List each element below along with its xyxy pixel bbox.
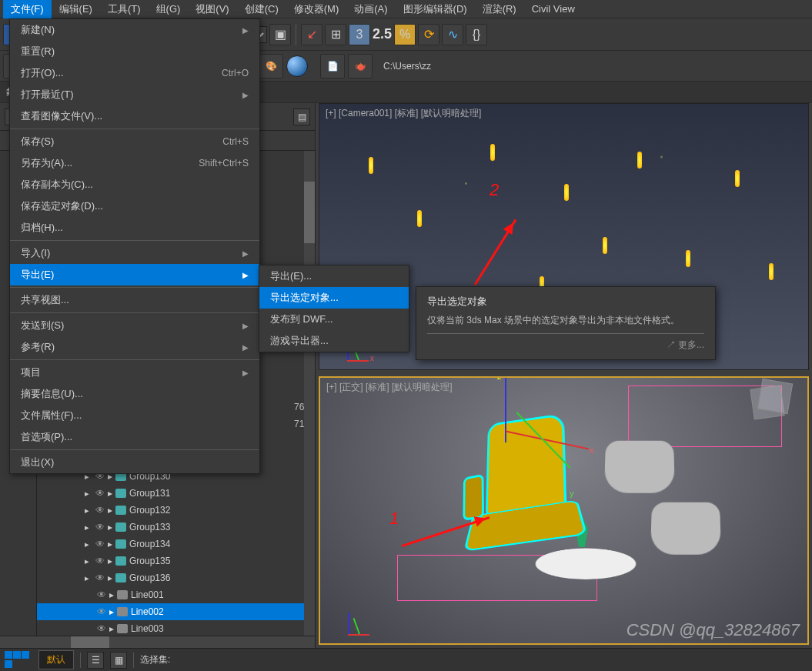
manip-icon[interactable]: ↙ (301, 24, 322, 45)
list-item[interactable]: ▸👁▸Group134 (37, 536, 304, 552)
sm-game-exporter[interactable]: 游戏导出器... (259, 330, 409, 352)
selection-set-label: 选择集: (140, 653, 170, 666)
list-item[interactable]: 👁▸Line001 (37, 586, 304, 603)
mi-sendto[interactable]: 发送到(S)▶ (10, 315, 259, 336)
menu-modifiers[interactable]: 修改器(M) (286, 0, 347, 18)
mi-import[interactable]: 导入(I)▶ (10, 242, 259, 264)
prompt-default: 默认 (38, 650, 74, 669)
list-item-selected[interactable]: 👁▸Line002 (37, 603, 304, 620)
mi-archive[interactable]: 归档(H)... (10, 217, 259, 239)
viewport-label-bottom[interactable]: [+] [正交] [标准] [默认明暗处理] (326, 381, 453, 394)
mi-exit[interactable]: 退出(X) (10, 452, 259, 473)
menu-animation[interactable]: 动画(A) (346, 0, 395, 18)
tooltip-title: 导出选定对象 (427, 295, 704, 309)
mi-prefs[interactable]: 首选项(P)... (10, 426, 259, 448)
viewport-ortho[interactable]: [+] [正交] [标准] [默认明暗处理] x y z (319, 376, 809, 645)
viewport-layout-icon[interactable] (5, 651, 32, 669)
mi-saveas[interactable]: 另存为(A)...Shift+Ctrl+S (10, 152, 259, 174)
menu-view[interactable]: 视图(V) (188, 0, 236, 18)
se-filter-icon[interactable]: ▤ (293, 108, 310, 125)
export-submenu: 导出(E)... 导出选定对象... 发布到 DWF... 游戏导出器... (259, 265, 409, 352)
viewport-label-top[interactable]: [+] [Camera001] [标准] [默认明暗处理] (326, 107, 481, 120)
mi-open-recent[interactable]: 打开最近(T)▶ (10, 84, 259, 105)
list-item[interactable]: ▸👁▸Group132 (37, 502, 304, 519)
sm-publish-dwf[interactable]: 发布到 DWF... (259, 309, 409, 330)
bracket-icon[interactable]: {} (466, 24, 487, 45)
list-item[interactable]: ▸👁▸Group135 (37, 552, 304, 569)
mi-save[interactable]: 保存(S)Ctrl+S (10, 131, 259, 152)
isolate-icon[interactable]: ▦ (110, 652, 127, 669)
annotation-1: 1 (389, 509, 399, 529)
angle-snap-value: 2.5 (373, 26, 392, 42)
mat-preview-5[interactable] (286, 55, 308, 77)
mi-export[interactable]: 导出(E)▶ (10, 264, 259, 285)
spinner-snap-icon[interactable]: ⟳ (418, 24, 439, 45)
scene-scrollbar[interactable] (304, 151, 315, 636)
watermark: CSDN @qq_32824867 (627, 620, 800, 640)
mi-new[interactable]: 新建(N)▶ (10, 19, 259, 41)
path-label: C:\Users\zz (383, 61, 431, 72)
mi-shareview[interactable]: 共享视图... (10, 289, 259, 311)
mi-summary[interactable]: 摘要信息(U)... (10, 383, 259, 405)
tooltip-more-link[interactable]: 更多... (427, 339, 704, 352)
render-setup-icon[interactable]: 📄 (320, 54, 345, 78)
layers-icon[interactable]: ☰ (87, 652, 104, 669)
mi-view-image[interactable]: 查看图像文件(V)... (10, 105, 259, 127)
scene-hscroll[interactable] (0, 636, 315, 648)
mi-saveselected[interactable]: 保存选定对象(D)... (10, 195, 259, 217)
mi-fileprops[interactable]: 文件属性(F)... (10, 405, 259, 426)
num-a: 760 (294, 402, 304, 412)
list-item[interactable]: 👁▸Line003 (37, 620, 304, 636)
sm-export[interactable]: 导出(E)... (259, 265, 409, 287)
list-item[interactable]: ▸👁▸Group131 (37, 485, 304, 502)
file-menu-dropdown: 新建(N)▶ 重置(R) 打开(O)...Ctrl+O 打开最近(T)▶ 查看图… (9, 18, 260, 474)
curve-icon[interactable]: ∿ (442, 24, 463, 45)
menu-file[interactable]: 文件(F) (3, 0, 52, 18)
list-item[interactable]: ▸👁▸Group136 (37, 569, 304, 586)
pivot-icon[interactable]: ▣ (269, 24, 291, 45)
stool-object (604, 441, 675, 493)
menubar: 文件(F) 编辑(E) 工具(T) 组(G) 视图(V) 创建(C) 修改器(M… (0, 0, 812, 18)
mi-savecopy[interactable]: 保存副本为(C)... (10, 174, 259, 195)
menu-group[interactable]: 组(G) (149, 0, 189, 18)
keymode-icon[interactable]: ⊞ (325, 24, 346, 45)
tooltip-body: 仅将当前 3ds Max 场景中的选定对象导出为非本地文件格式。 (427, 313, 704, 334)
menu-tools[interactable]: 工具(T) (100, 0, 149, 18)
annotation-2: 2 (490, 180, 499, 200)
menu-civilview[interactable]: Civil View (524, 1, 583, 17)
render-icon[interactable]: 🫖 (348, 54, 373, 78)
viewport-area: [+] [Camera001] [标准] [默认明暗处理] xyz [+] [正… (316, 103, 812, 648)
viewcube-icon[interactable] (752, 387, 798, 433)
mi-open[interactable]: 打开(O)...Ctrl+O (10, 62, 259, 84)
sm-export-selected[interactable]: 导出选定对象... (259, 287, 409, 309)
palette-icon[interactable]: 🎨 (259, 54, 283, 78)
status-bar: 默认 ☰ ▦ 选择集: (0, 648, 812, 671)
stool-object (650, 502, 721, 555)
mi-reset[interactable]: 重置(R) (10, 41, 259, 62)
menu-grapheditor[interactable]: 图形编辑器(D) (396, 0, 475, 18)
mi-reference[interactable]: 参考(R)▶ (10, 336, 259, 358)
menu-edit[interactable]: 编辑(E) (52, 0, 100, 18)
list-item[interactable]: ▸👁▸Group133 (37, 519, 304, 536)
tooltip-export-selected: 导出选定对象 仅将当前 3ds Max 场景中的选定对象导出为非本地文件格式。 … (416, 286, 716, 360)
angle-snap-icon[interactable]: % (394, 24, 416, 45)
menu-create[interactable]: 创建(C) (237, 0, 286, 18)
menu-render[interactable]: 渲染(R) (475, 0, 524, 18)
snap3d-icon[interactable]: 3 (349, 24, 370, 45)
num-b: 715 (294, 419, 304, 429)
mi-project[interactable]: 项目▶ (10, 362, 259, 383)
